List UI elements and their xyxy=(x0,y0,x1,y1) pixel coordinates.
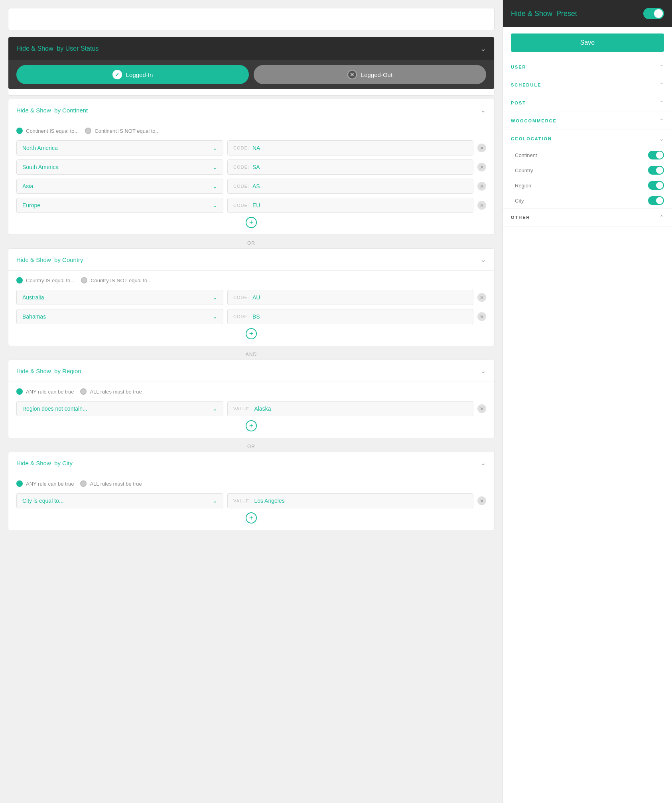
city-title: Hide & Show by City xyxy=(16,460,73,466)
and-connector: AND xyxy=(8,349,495,360)
logged-out-x-icon: ✕ xyxy=(347,70,357,79)
sidebar-section-woocommerce-header[interactable]: WOOCOMMERCE ⌃ xyxy=(503,112,672,130)
region-header: Hide & Show by Region ⌄ xyxy=(8,360,494,382)
chevron-down-icon: ⌄ xyxy=(213,498,217,504)
city-section: Hide & Show by City ⌄ ANY rule can be tr… xyxy=(8,452,495,530)
country-select-0[interactable]: Australia ⌄ xyxy=(16,290,223,305)
country-remove-1[interactable]: ✕ xyxy=(477,312,486,321)
region-value-field-0: VALUE: Alaska xyxy=(227,401,473,416)
country-code-field-1: CODE: BS xyxy=(227,309,473,324)
sidebar-geolocation-country: Country xyxy=(503,163,672,178)
sidebar-section-post-label: POST xyxy=(511,100,526,105)
continent-remove-0[interactable]: ✕ xyxy=(477,144,486,152)
country-row-1: Bahamas ⌄ CODE: BS ✕ xyxy=(16,309,486,324)
region-add-button[interactable]: + xyxy=(246,420,257,431)
continent-remove-3[interactable]: ✕ xyxy=(477,201,486,210)
sidebar-section-post-header[interactable]: POST ⌃ xyxy=(503,94,672,112)
user-status-header: Hide & Show by User Status ⌄ xyxy=(8,37,494,60)
sidebar-country-toggle[interactable] xyxy=(648,166,664,175)
logged-out-pill[interactable]: ✕ Logged-Out xyxy=(254,65,486,84)
city-select-0[interactable]: City is equal to... ⌄ xyxy=(16,493,223,508)
country-select-1[interactable]: Bahamas ⌄ xyxy=(16,309,223,324)
region-remove-0[interactable]: ✕ xyxy=(477,404,486,413)
chevron-down-icon: ⌄ xyxy=(213,183,217,189)
region-chevron[interactable]: ⌄ xyxy=(480,366,486,375)
country-header: Hide & Show by Country ⌄ xyxy=(8,249,494,271)
continent-radio-inactive[interactable]: Continent IS NOT equal to... xyxy=(85,128,160,134)
city-add-button[interactable]: + xyxy=(246,512,257,524)
region-row-0: Region does not contain... ⌄ VALUE: Alas… xyxy=(16,401,486,416)
sidebar-city-toggle-knob xyxy=(656,197,663,204)
continent-chevron[interactable]: ⌄ xyxy=(480,106,486,114)
continent-radio-active[interactable]: Continent IS equal to... xyxy=(16,128,79,134)
sidebar-geolocation-city: City xyxy=(503,193,672,208)
continent-add-button[interactable]: + xyxy=(246,217,257,228)
sidebar-region-toggle[interactable] xyxy=(648,181,664,190)
region-select-0[interactable]: Region does not contain... ⌄ xyxy=(16,401,223,416)
continent-row-2: Asia ⌄ CODE: AS ✕ xyxy=(16,179,486,194)
sidebar-geolocation-continent: Continent xyxy=(503,148,672,163)
continent-section: Hide & Show by Continent ⌄ Continent IS … xyxy=(8,99,495,235)
sidebar-section-geolocation-label: GEOLOCATION xyxy=(511,136,552,141)
country-row-0: Australia ⌄ CODE: AU ✕ xyxy=(16,290,486,305)
country-radio-inactive[interactable]: Country IS NOT equal to... xyxy=(81,277,152,283)
chevron-down-icon: ⌄ xyxy=(213,145,217,151)
sidebar-section-woocommerce-label: WOOCOMMERCE xyxy=(511,118,557,123)
continent-select-3[interactable]: Europe ⌄ xyxy=(16,198,223,213)
chevron-down-icon: ⌄ xyxy=(213,164,217,170)
city-remove-0[interactable]: ✕ xyxy=(477,496,486,505)
save-button[interactable]: Save xyxy=(511,33,664,52)
post-chevron-icon: ⌃ xyxy=(659,100,664,106)
region-body: ANY rule can be true ALL rules must be t… xyxy=(8,382,494,438)
sidebar-city-toggle[interactable] xyxy=(648,196,664,205)
country-radio-row: Country IS equal to... Country IS NOT eq… xyxy=(16,277,486,283)
user-status-chevron[interactable]: ⌄ xyxy=(480,44,486,53)
continent-remove-2[interactable]: ✕ xyxy=(477,182,486,191)
logged-in-pill[interactable]: ✓ Logged-In xyxy=(16,65,249,84)
country-radio-active-dot xyxy=(16,277,23,283)
sidebar-section-other-label: OTHER xyxy=(511,215,530,220)
right-sidebar: Hide & Show Preset Save USER ⌃ SCHEDULE … xyxy=(503,0,672,803)
region-radio-row: ANY rule can be true ALL rules must be t… xyxy=(16,388,486,395)
continent-select-1[interactable]: South America ⌄ xyxy=(16,159,223,175)
continent-header: Hide & Show by Continent ⌄ xyxy=(8,99,494,121)
country-remove-0[interactable]: ✕ xyxy=(477,293,486,302)
sidebar-section-post: POST ⌃ xyxy=(503,94,672,112)
continent-code-field-0: CODE: NA xyxy=(227,140,473,155)
city-row-0: City is equal to... ⌄ VALUE: Los Angeles… xyxy=(16,493,486,508)
continent-remove-1[interactable]: ✕ xyxy=(477,163,486,171)
sidebar-region-toggle-knob xyxy=(656,182,663,189)
sidebar-geolocation-continent-label: Continent xyxy=(515,152,537,158)
region-radio-active-dot xyxy=(16,388,23,395)
preset-toggle[interactable] xyxy=(643,8,664,19)
city-radio-active[interactable]: ANY rule can be true xyxy=(16,480,74,487)
city-radio-inactive[interactable]: ALL rules must be true xyxy=(80,480,142,487)
sidebar-section-user-label: USER xyxy=(511,65,526,69)
country-radio-active[interactable]: Country IS equal to... xyxy=(16,277,75,283)
sidebar-section-geolocation-header[interactable]: GEOLOCATION ⌄ xyxy=(503,130,672,148)
region-radio-active[interactable]: ANY rule can be true xyxy=(16,388,74,395)
sidebar-top: Hide & Show Preset xyxy=(503,0,672,27)
country-add-button[interactable]: + xyxy=(246,328,257,339)
sidebar-section-user: USER ⌃ xyxy=(503,58,672,76)
preset-toggle-knob xyxy=(654,9,663,18)
chevron-down-icon: ⌄ xyxy=(213,313,217,320)
continent-radio-active-dot xyxy=(16,128,23,134)
city-chevron[interactable]: ⌄ xyxy=(480,459,486,467)
user-status-section: Hide & Show by User Status ⌄ ✓ Logged-In… xyxy=(8,37,495,96)
chevron-down-icon: ⌄ xyxy=(213,294,217,301)
user-status-pills: ✓ Logged-In ✕ Logged-Out xyxy=(8,60,494,89)
continent-code-field-3: CODE: EU xyxy=(227,198,473,213)
continent-select-2[interactable]: Asia ⌄ xyxy=(16,179,223,194)
country-code-field-0: CODE: AU xyxy=(227,290,473,305)
preset-title-input[interactable]: Geolocation Preset xyxy=(8,8,495,30)
chevron-down-icon: ⌄ xyxy=(213,202,217,209)
sidebar-section-user-header[interactable]: USER ⌃ xyxy=(503,58,672,76)
country-body: Country IS equal to... Country IS NOT eq… xyxy=(8,271,494,346)
sidebar-section-other-header[interactable]: OTHER ⌃ xyxy=(503,209,672,226)
sidebar-continent-toggle[interactable] xyxy=(648,151,664,159)
country-chevron[interactable]: ⌄ xyxy=(480,255,486,264)
region-radio-inactive[interactable]: ALL rules must be true xyxy=(80,388,142,395)
continent-select-0[interactable]: North America ⌄ xyxy=(16,140,223,155)
sidebar-section-schedule-header[interactable]: SCHEDULE ⌃ xyxy=(503,76,672,94)
